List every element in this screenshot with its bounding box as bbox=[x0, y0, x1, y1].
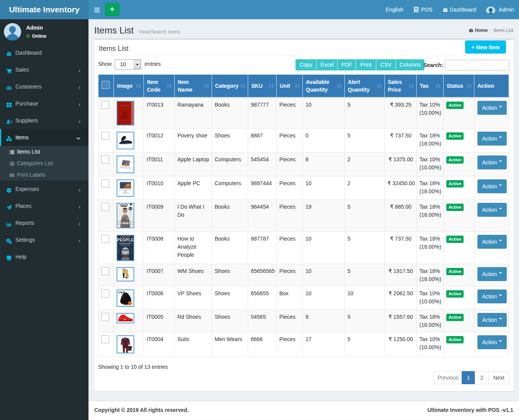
svg-text:PEOPLE: PEOPLE bbox=[117, 238, 134, 242]
svg-text:I Do What I Do: I Do What I Do bbox=[117, 222, 134, 224]
svg-text:RBI: RBI bbox=[129, 208, 132, 209]
svg-text:PATRICK KING: PATRICK KING bbox=[122, 258, 130, 260]
